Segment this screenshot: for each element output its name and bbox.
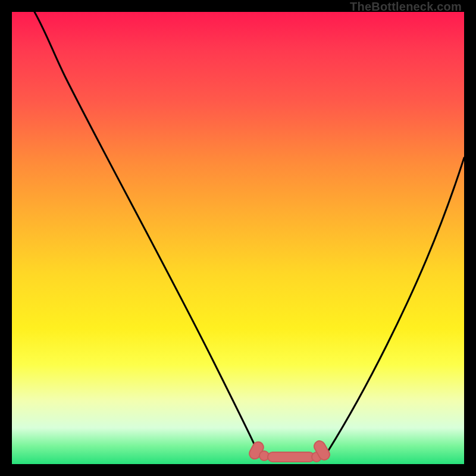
left-curve: [35, 12, 257, 450]
chart-curves: [12, 12, 464, 464]
right-curve: [328, 158, 464, 450]
marker-capsule-mid: [268, 452, 314, 462]
watermark-text: TheBottleneck.com: [350, 0, 462, 14]
chart-frame: TheBottleneck.com: [0, 0, 476, 476]
bottom-markers-group: [248, 439, 331, 462]
